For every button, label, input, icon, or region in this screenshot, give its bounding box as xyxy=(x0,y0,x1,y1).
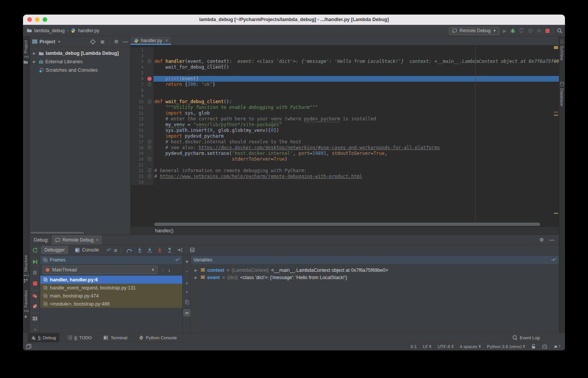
line-number[interactable]: 3 xyxy=(141,59,144,64)
scrollbar-thumb[interactable] xyxy=(154,223,540,226)
code-line[interactable]: 19 pydevd_pycharm.settrace('host.docker.… xyxy=(130,151,559,156)
line-number[interactable]: 6 xyxy=(141,76,144,82)
tab-debugger[interactable]: Debugger xyxy=(41,246,68,254)
editor-gutter[interactable]: 8 xyxy=(130,87,154,93)
editor-gutter[interactable]: 9 xyxy=(130,93,154,99)
line-number[interactable]: 11 xyxy=(139,105,144,110)
stack-frame[interactable]: <module>, bootstrap.py:486 xyxy=(40,300,182,308)
editor-gutter[interactable]: 12 xyxy=(130,110,154,116)
stop-button[interactable] xyxy=(545,29,550,33)
debug-button[interactable] xyxy=(510,28,515,33)
code-line[interactable]: 23⌃# https://www.jetbrains.com/help/pych… xyxy=(130,174,559,179)
code-line[interactable]: 12 import sys, glob xyxy=(130,110,559,116)
code-line[interactable]: 24 xyxy=(130,179,559,185)
editor-gutter[interactable]: 15 xyxy=(130,128,154,133)
resume-button[interactable] xyxy=(32,259,38,265)
project-scrollbar[interactable] xyxy=(31,232,84,233)
variable-row[interactable]: ▶ context = {LambdaContext} <__main__.La… xyxy=(191,266,559,274)
editor-gutter[interactable]: 17− xyxy=(130,139,154,145)
code-line[interactable]: 9 xyxy=(130,93,559,99)
zoom-window-button[interactable] xyxy=(43,17,47,22)
ide-status-robot-icon[interactable] xyxy=(542,344,547,349)
code-line[interactable]: 6 print(event) xyxy=(130,76,559,82)
fold-icon[interactable]: − xyxy=(148,140,151,144)
force-step-into-icon[interactable] xyxy=(147,247,152,253)
toolwindow-switcher-icon[interactable] xyxy=(26,344,31,349)
pin-tab-icon[interactable] xyxy=(106,248,111,252)
code-line[interactable]: 4 wait_for_debug_client() xyxy=(130,64,559,70)
editor-gutter[interactable]: 18⌃ xyxy=(130,145,154,151)
editor-gutter[interactable]: 6 xyxy=(130,76,154,82)
minimize-window-button[interactable] xyxy=(35,17,40,22)
caret-position[interactable]: 6:1 xyxy=(411,344,417,349)
next-frame-button[interactable]: ↓ xyxy=(168,267,171,273)
collapse-all-icon[interactable] xyxy=(100,39,105,44)
editor-gutter[interactable]: 4 xyxy=(130,64,154,70)
evaluate-expression-icon[interactable] xyxy=(190,247,195,253)
line-number[interactable]: 2 xyxy=(141,53,144,59)
code-line[interactable]: 21 xyxy=(130,162,559,168)
editor-gutter[interactable]: 7⌃ xyxy=(130,82,154,87)
editor-gutter[interactable]: 2 xyxy=(130,53,154,59)
code-line[interactable]: 5 xyxy=(130,70,559,76)
editor-gutter[interactable]: 16 xyxy=(130,133,154,139)
tool-stripe-structure[interactable]: 7: Structure xyxy=(23,255,28,283)
project-panel-title[interactable]: Project ▼ xyxy=(32,39,61,44)
toolwindow-terminal-button[interactable]: Terminal xyxy=(100,333,130,342)
line-number[interactable]: 20 xyxy=(139,156,144,162)
code-line[interactable]: 11 """Utility function to enable debuggi… xyxy=(130,105,559,110)
toolwindow-debug-button[interactable]: 5: Debug xyxy=(28,333,59,342)
fold-icon[interactable]: − xyxy=(148,168,151,173)
write-access-lock-icon[interactable] xyxy=(531,344,536,349)
editor-gutter[interactable]: 3− xyxy=(130,59,154,64)
line-number[interactable]: 4 xyxy=(141,64,144,70)
previous-frame-button[interactable]: ↑ xyxy=(162,267,164,273)
stack-frame[interactable]: handler, handler.py:6 xyxy=(40,276,182,284)
stack-frame[interactable]: handle_event_request, bootstrap.py:131 xyxy=(40,284,182,292)
editor-tab-handler[interactable]: handler.py × xyxy=(130,36,172,45)
line-number[interactable]: 23 xyxy=(139,174,144,179)
step-out-icon[interactable] xyxy=(167,247,172,253)
code-line[interactable]: 16 import pydevd_pycharm xyxy=(130,133,559,139)
code-line[interactable]: 20⌃ stderrToServer=True) xyxy=(130,156,559,162)
remove-watch-button[interactable]: − xyxy=(183,268,190,275)
layout-settings-icon[interactable]: ≡ xyxy=(114,247,117,253)
code-line[interactable]: 7⌃ return {200: "ok"} xyxy=(130,82,559,87)
run-config-selector[interactable]: Remote Debug ▼ xyxy=(449,27,499,35)
line-number[interactable]: 14 xyxy=(139,122,144,128)
hide-panel-icon[interactable]: — xyxy=(549,237,554,243)
line-number[interactable]: 22 xyxy=(139,168,144,174)
toolwindow-python-console-button[interactable]: Python Console xyxy=(135,333,180,342)
profiler-button[interactable] xyxy=(519,28,524,33)
editor-gutter[interactable]: 14 xyxy=(130,122,154,128)
search-everywhere-button[interactable] xyxy=(557,28,563,34)
hide-panel-icon[interactable]: — xyxy=(123,39,128,44)
indent-selector[interactable]: 4 spaces xyxy=(460,344,481,349)
code-line[interactable]: 1 xyxy=(130,47,559,53)
fold-icon[interactable]: ⌃ xyxy=(148,174,151,178)
editor-gutter[interactable]: 22− xyxy=(130,168,154,174)
line-number[interactable]: 21 xyxy=(139,162,144,168)
stop-button[interactable] xyxy=(32,280,38,286)
breadcrumb-project[interactable]: lambda_debug xyxy=(34,28,64,33)
fold-icon[interactable]: − xyxy=(148,59,151,63)
step-into-my-code-icon[interactable] xyxy=(157,247,162,253)
line-number[interactable]: 8 xyxy=(141,87,144,93)
variable-row[interactable]: ▶ event = {dict} <class 'dict'>: {'messa… xyxy=(191,274,559,281)
code-line[interactable]: 17− # host.docker.internal should resolv… xyxy=(130,139,559,145)
editor-gutter[interactable]: 24 xyxy=(130,179,154,185)
interpreter-selector[interactable]: Python 3.8 (venv) xyxy=(487,344,525,349)
close-tab-icon[interactable]: × xyxy=(96,237,98,243)
editor-hscrollbar[interactable] xyxy=(130,222,559,227)
debug-session-tab[interactable]: Remote Debug × xyxy=(52,235,102,245)
line-ending-selector[interactable]: LF xyxy=(423,344,431,349)
editor-gutter[interactable]: 21 xyxy=(130,162,154,168)
run-button[interactable]: ▶ xyxy=(503,28,507,34)
breadcrumb-file[interactable]: handler.py xyxy=(78,28,99,33)
move-down-button[interactable]: ▼ xyxy=(183,289,190,296)
gear-icon[interactable]: ⚙ xyxy=(539,237,544,243)
line-number[interactable]: 13 xyxy=(139,116,144,122)
thread-selector[interactable]: MainThread ▼ xyxy=(43,266,158,274)
stripe-mark[interactable] xyxy=(554,112,558,113)
tree-item-scratches[interactable]: Scratches and Consoles xyxy=(30,66,130,74)
